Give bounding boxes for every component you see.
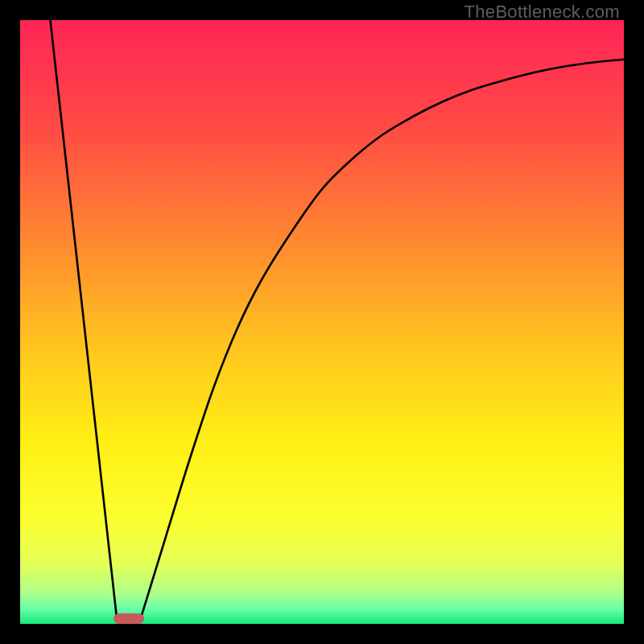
curve-right-branch (141, 60, 624, 618)
watermark-text: TheBottleneck.com (464, 2, 620, 23)
chart-frame: TheBottleneck.com (0, 0, 644, 644)
bottleneck-marker (114, 613, 144, 625)
curves-layer (20, 20, 624, 624)
curve-left-branch (51, 20, 118, 618)
plot-area (20, 20, 624, 624)
